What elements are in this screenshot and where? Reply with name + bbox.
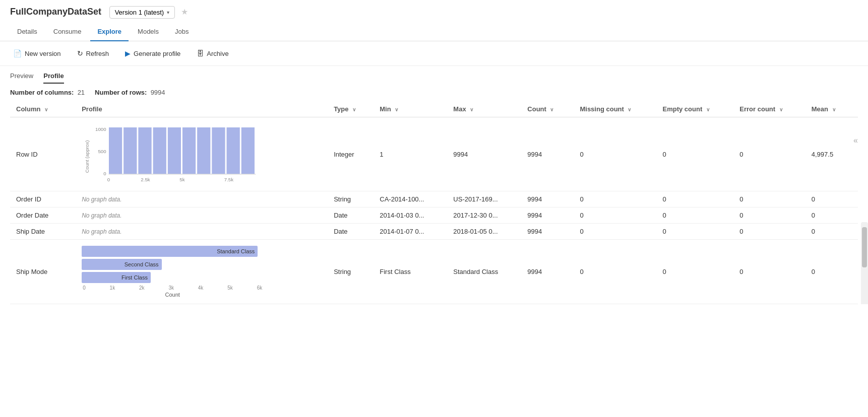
num-columns-label: Number of columns: 21: [10, 89, 85, 96]
svg-rect-11: [212, 127, 225, 174]
archive-button[interactable]: 🗄 Archive: [194, 47, 231, 59]
chevron-down-icon: ▾: [167, 10, 169, 15]
svg-text:0: 0: [103, 171, 106, 176]
cell-order-id-name: Order ID: [10, 191, 76, 207]
generate-profile-label: Generate profile: [134, 50, 180, 57]
cell-row-id-profile: 1000 500 0 Count (approx): [76, 117, 328, 191]
profile-table-wrapper: Column ∨ Profile Type ∨ Min ∨ Max ∨: [0, 101, 868, 304]
cell-ship-date-mean: 0: [805, 224, 858, 240]
sort-mean-icon[interactable]: ∨: [832, 107, 836, 112]
col-header-min[interactable]: Min ∨: [374, 101, 447, 117]
cell-row-id-max: 9994: [447, 117, 521, 191]
svg-rect-13: [241, 127, 255, 174]
svg-text:1000: 1000: [95, 126, 106, 132]
cell-ship-mode-empty: 0: [657, 240, 734, 304]
tab-details[interactable]: Details: [10, 23, 44, 41]
bar-label-first: First Class: [121, 274, 148, 281]
bar-second-class: Second Class: [82, 259, 263, 270]
col-header-count[interactable]: Count ∨: [521, 101, 574, 117]
app-header: FullCompanyDataSet Version 1 (latest) ▾ …: [0, 0, 868, 19]
col-header-type[interactable]: Type ∨: [328, 101, 374, 117]
cell-order-date-mean: 0: [805, 207, 858, 224]
version-selector[interactable]: Version 1 (latest) ▾: [109, 6, 175, 19]
cell-order-date-missing: 0: [574, 207, 656, 224]
bar-standard-class: Standard Class: [82, 246, 263, 257]
svg-rect-9: [182, 127, 196, 174]
cell-row-id-min: 1: [374, 117, 447, 191]
cell-row-id-error: 0: [733, 117, 805, 191]
generate-profile-button[interactable]: ▶ Generate profile: [122, 47, 183, 59]
tab-consume[interactable]: Consume: [46, 23, 89, 41]
col-header-empty-count[interactable]: Empty count ∨: [657, 101, 734, 117]
svg-text:Count (approx): Count (approx): [84, 140, 90, 173]
svg-text:0: 0: [107, 177, 110, 182]
sub-tab-profile[interactable]: Profile: [43, 72, 64, 84]
tab-models[interactable]: Models: [131, 23, 166, 41]
new-version-button[interactable]: 📄 New version: [10, 47, 64, 59]
sub-tab-preview[interactable]: Preview: [10, 72, 33, 84]
scrollbar-track[interactable]: [861, 222, 868, 304]
svg-rect-12: [226, 127, 240, 174]
star-icon[interactable]: ★: [181, 8, 188, 16]
col-header-max[interactable]: Max ∨: [447, 101, 521, 117]
refresh-button[interactable]: ↻ Refresh: [74, 47, 112, 59]
cell-ship-date-max: 2018-01-05 0...: [447, 224, 521, 240]
col-header-mean[interactable]: Mean ∨: [805, 101, 858, 117]
sort-max-icon[interactable]: ∨: [470, 107, 473, 112]
svg-text:2.5k: 2.5k: [141, 177, 150, 182]
svg-rect-10: [197, 127, 211, 174]
sub-tabs: Preview Profile: [0, 66, 868, 84]
bar-x-axis-label: Count: [82, 292, 263, 298]
cell-order-date-count: 9994: [521, 207, 574, 224]
sort-empty-icon[interactable]: ∨: [706, 107, 710, 112]
refresh-label: Refresh: [86, 50, 109, 57]
col-header-error-count[interactable]: Error count ∨: [733, 101, 805, 117]
cell-order-date-max: 2017-12-30 0...: [447, 207, 521, 224]
cell-order-date-name: Order Date: [10, 207, 76, 224]
sort-count-icon[interactable]: ∨: [550, 107, 553, 112]
cell-order-id-min: CA-2014-100...: [374, 191, 447, 207]
svg-rect-4: [109, 127, 122, 174]
cell-ship-date-count: 9994: [521, 224, 574, 240]
cell-ship-mode-profile: Standard Class Second Class Fi: [76, 240, 328, 304]
scrollbar-thumb[interactable]: [862, 227, 867, 267]
generate-icon: ▶: [125, 49, 131, 57]
svg-rect-6: [138, 127, 152, 174]
cell-order-date-type: Date: [328, 207, 374, 224]
table-row: Row ID 1000 500 0 Count (approx): [10, 117, 858, 191]
cell-order-id-count: 9994: [521, 191, 574, 207]
cell-ship-mode-mean: 0: [805, 240, 858, 304]
collapse-panel-button[interactable]: «: [853, 136, 858, 145]
cell-ship-mode-type: String: [328, 240, 374, 304]
sort-missing-icon[interactable]: ∨: [628, 107, 631, 112]
sort-min-icon[interactable]: ∨: [395, 107, 398, 112]
sort-error-icon[interactable]: ∨: [779, 107, 783, 112]
svg-rect-5: [123, 127, 137, 174]
cell-ship-mode-error: 0: [733, 240, 805, 304]
cell-order-id-missing: 0: [574, 191, 656, 207]
bar-x-axis: 0 1k 2k 3k 4k 5k 6k: [82, 285, 263, 291]
sort-type-icon[interactable]: ∨: [352, 107, 356, 112]
cell-order-id-empty: 0: [657, 191, 734, 207]
num-rows-label: Number of rows: 9994: [95, 89, 165, 96]
cell-ship-date-type: Date: [328, 224, 374, 240]
table-row: Ship Mode Standard Class Se: [10, 240, 858, 304]
cell-ship-date-profile: No graph data.: [76, 224, 328, 240]
sort-column-icon[interactable]: ∨: [44, 107, 48, 112]
col-header-missing-count[interactable]: Missing count ∨: [574, 101, 656, 117]
cell-row-id-mean: 4,997.5: [805, 117, 858, 191]
table-row: Order ID No graph data. String CA-2014-1…: [10, 191, 858, 207]
cell-ship-date-min: 2014-01-07 0...: [374, 224, 447, 240]
cell-row-id-missing: 0: [574, 117, 656, 191]
tab-jobs[interactable]: Jobs: [168, 23, 196, 41]
cell-ship-mode-min: First Class: [374, 240, 447, 304]
new-version-icon: 📄: [13, 49, 22, 57]
svg-text:500: 500: [98, 149, 107, 154]
histogram-row-id: 1000 500 0 Count (approx): [82, 121, 263, 187]
bar-label-standard: Standard Class: [217, 248, 255, 254]
tab-explore[interactable]: Explore: [90, 23, 129, 41]
col-header-column[interactable]: Column ∨: [10, 101, 76, 117]
cell-order-id-max: US-2017-169...: [447, 191, 521, 207]
new-version-label: New version: [25, 50, 61, 57]
cell-order-date-min: 2014-01-03 0...: [374, 207, 447, 224]
